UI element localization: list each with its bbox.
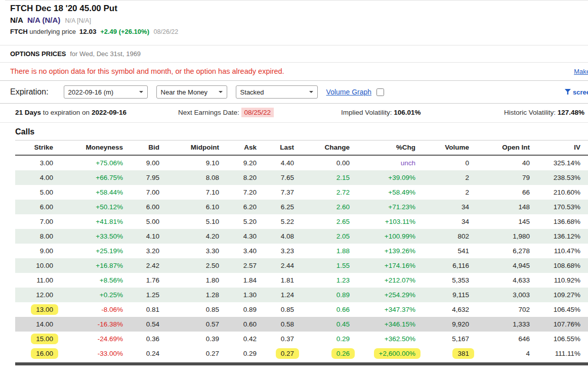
cell-ask: 0.29: [225, 346, 263, 361]
table-header-row: StrikeMoneynessBidMidpointAskLastChange%…: [15, 141, 588, 156]
controls-bar: Expiration: 2022-09-16 (m) Near the Mone…: [0, 80, 588, 104]
cell-strike: 11.00: [15, 273, 59, 288]
table-row: 12.00+0.25%1.251.281.301.240.89+254.29%9…: [15, 288, 588, 302]
calls-options-table: StrikeMoneynessBidMidpointAskLastChange%…: [15, 140, 588, 361]
col-header-midpoint[interactable]: Midpoint: [165, 141, 225, 156]
moneyness-select[interactable]: Near the Money: [156, 85, 227, 99]
cell-openint: 148: [475, 200, 536, 214]
days-value: 21 Days: [15, 109, 41, 116]
cell-iv: 106.45%: [536, 302, 586, 317]
iv-label: Implied Volatility:: [341, 109, 392, 116]
cell-pctchg: +58.49%: [356, 185, 422, 200]
cell-pctchg: +347.37%: [356, 302, 422, 317]
cell-last: 7.37: [263, 185, 300, 200]
expiration-select[interactable]: 2022-09-16 (m): [64, 85, 148, 99]
table-row: 16.00-33.00%0.240.270.290.270.26+2,600.0…: [15, 346, 588, 361]
col-header-last[interactable]: Last: [263, 141, 300, 156]
volume-graph-link[interactable]: Volume Graph: [326, 88, 372, 96]
cell-volume: 34: [422, 200, 475, 214]
table-row: 4.00+66.75%7.958.088.207.652.15+39.09%27…: [15, 170, 588, 185]
volume-graph-checkbox[interactable]: [376, 88, 384, 96]
col-header-moneyness[interactable]: Moneyness: [59, 141, 129, 156]
cell-bid: 2.42: [129, 258, 165, 273]
cell-change: 2.72: [300, 185, 356, 200]
cell-strike: 12.00: [15, 288, 59, 302]
cell-strike: 8.00: [15, 229, 59, 244]
table-row: 9.00+25.19%3.203.303.403.231.88+139.26%5…: [15, 244, 588, 258]
cell-ask: 2.57: [225, 258, 263, 273]
chevron-down-icon: [139, 91, 143, 95]
cell-moneyness: -33.00%: [59, 346, 129, 361]
cell-moneyness: +0.25%: [59, 288, 129, 302]
col-header-iv[interactable]: IV: [536, 141, 586, 156]
cell-strike: 13.00: [15, 302, 59, 317]
cell-last: 0.27: [263, 346, 300, 361]
cell-volume: 9,115: [422, 288, 475, 302]
cell-strike: 3.00: [15, 155, 59, 170]
screener-label: scree: [573, 88, 588, 96]
col-header-pctchg[interactable]: %Chg: [356, 141, 422, 156]
cell-iv: 109.27%: [536, 288, 586, 302]
table-row: 13.00-8.06%0.810.850.890.850.66+347.37%4…: [15, 302, 588, 317]
quote-header: FTCH Dec 18 '20 45.00 Put N/A N/A (N/A) …: [0, 1, 588, 37]
cell-iv: 110.47%: [536, 244, 586, 258]
col-header-volume[interactable]: Volume: [422, 141, 475, 156]
underlying-price-line: FTCH underlying price 12.03 +2.49 (+26.1…: [10, 26, 588, 37]
cell-strike: 7.00: [15, 214, 59, 229]
cell-midpoint: 1.28: [165, 288, 225, 302]
table-row: 8.00+33.50%4.104.204.304.082.05+100.99%8…: [15, 229, 588, 244]
cell-strike: 16.00: [15, 346, 59, 361]
expiration-info-bar: 21 Days to expiration on 2022-09-16 Next…: [0, 104, 588, 123]
screener-link[interactable]: scree: [565, 88, 588, 96]
cell-openint: 66: [475, 185, 536, 200]
col-header-change[interactable]: Change: [300, 141, 356, 156]
cell-bid: 7.95: [129, 170, 165, 185]
cell-midpoint: 0.39: [165, 332, 225, 346]
moneyness-select-value: Near the Money: [161, 88, 208, 96]
cell-openint: 4,945: [475, 258, 536, 273]
cell-change: 1.55: [300, 258, 356, 273]
table-row: 14.00-16.38%0.540.570.600.580.45+346.15%…: [15, 317, 588, 332]
cell-iv: 110.92%: [536, 273, 586, 288]
cell-ask: 0.60: [225, 317, 263, 332]
make-default-link[interactable]: Make: [574, 68, 588, 75]
options-prices-strip: OPTIONS PRICES for Wed, Dec 31st, 1969: [0, 45, 588, 63]
days-text: to expiration on: [43, 109, 90, 116]
underlying-change: +2.49 (+26.10%): [100, 28, 149, 35]
cell-bid: 5.00: [129, 214, 165, 229]
cell-midpoint: 5.10: [165, 214, 225, 229]
cell-openint: 4,633: [475, 273, 536, 288]
cell-openint: 40: [475, 155, 536, 170]
col-header-openint[interactable]: Open Int: [475, 141, 536, 156]
cell-change: 0.66: [300, 302, 356, 317]
days-to-expiration: 21 Days to expiration on 2022-09-16: [15, 109, 178, 116]
cell-midpoint: 1.80: [165, 273, 225, 288]
cell-openint: 702: [475, 302, 536, 317]
cell-moneyness: +33.50%: [59, 229, 129, 244]
col-header-strike[interactable]: Strike: [15, 141, 59, 156]
cell-midpoint: 2.50: [165, 258, 225, 273]
cell-last: 4.08: [263, 229, 300, 244]
calls-section-heading: Calls: [0, 123, 588, 140]
cell-iv: 108.68%: [536, 258, 586, 273]
cell-change: 0.26: [300, 346, 356, 361]
col-header-ask[interactable]: Ask: [225, 141, 263, 156]
cell-last: 2.44: [263, 258, 300, 273]
view-select[interactable]: Stacked: [236, 85, 318, 99]
cell-moneyness: +16.87%: [59, 258, 129, 273]
expiration-label: Expiration:: [10, 87, 49, 97]
cell-bid: 1.25: [129, 288, 165, 302]
cell-iv: 111.11%: [536, 346, 586, 361]
quote-change: N/A (N/A): [27, 16, 60, 24]
cell-last: 0.37: [263, 332, 300, 346]
cell-openint: 4: [475, 346, 536, 361]
cell-moneyness: -24.69%: [59, 332, 129, 346]
cell-strike: 9.00: [15, 244, 59, 258]
bottom-scrollbar[interactable]: [15, 362, 588, 365]
cell-openint: 1,980: [475, 229, 536, 244]
cell-moneyness: -8.06%: [59, 302, 129, 317]
hv-label: Historic Volatility:: [504, 109, 556, 116]
cell-ask: 0.89: [225, 302, 263, 317]
col-header-bid[interactable]: Bid: [129, 141, 165, 156]
cell-moneyness: +8.56%: [59, 273, 129, 288]
